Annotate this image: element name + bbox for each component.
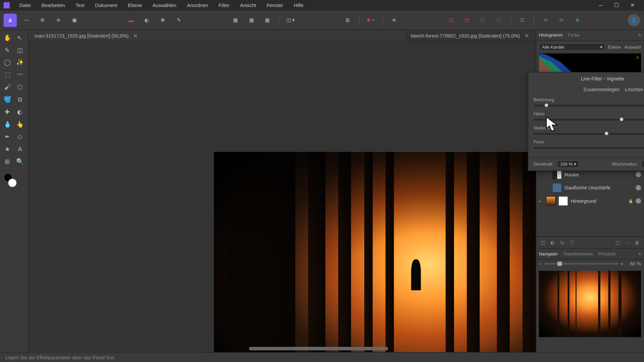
delete-button[interactable]: Löschen [625, 86, 643, 92]
snap-icon[interactable]: ⊞ [341, 14, 354, 26]
menu-filter[interactable]: Filter [214, 1, 234, 9]
slider-track[interactable] [534, 105, 644, 106]
layer-adjust-icon[interactable]: ◐ [549, 239, 557, 247]
menu-ebene[interactable]: Ebene [123, 1, 146, 9]
menu-bearbeiten[interactable]: Bearbeiten [37, 1, 69, 9]
foreground-color-swatch[interactable] [8, 178, 17, 187]
tool-pick-icon[interactable]: ✎ [172, 14, 185, 26]
layer-row[interactable]: Gaußsche Unschärfe [536, 181, 644, 194]
slider-track[interactable] [534, 133, 644, 134]
zoom-slider[interactable] [544, 263, 618, 264]
menu-ansicht[interactable]: Ansicht [236, 1, 261, 9]
hand-tool-icon[interactable]: ✋ [2, 32, 13, 43]
sync-2-icon[interactable]: ⟳ [555, 14, 568, 26]
marquee-tool-icon[interactable]: ⬚ [2, 69, 13, 80]
blur-tool-icon[interactable]: 💧 [2, 118, 13, 130]
align-left-icon[interactable]: ▦ [229, 14, 241, 26]
sync-1-icon[interactable]: ⟲ [539, 14, 552, 26]
align-right-icon[interactable]: ▦ [261, 14, 273, 26]
arrange-back-icon[interactable]: ◱ [445, 14, 457, 26]
minimize-button[interactable]: ─ [593, 0, 608, 10]
assistant-icon[interactable]: ✱ ▾ [365, 14, 377, 26]
menu-text[interactable]: Text [71, 1, 89, 9]
crop-mode-icon[interactable]: ◫ ▾ [284, 14, 297, 26]
tool-circle-icon[interactable]: ◐ [141, 14, 153, 26]
visibility-toggle-icon[interactable] [636, 185, 641, 190]
histo-source-layer[interactable]: Ebene [608, 45, 621, 49]
arrange-4-icon[interactable]: ◰ [492, 14, 505, 26]
heal-tool-icon[interactable]: ✚ [2, 106, 13, 117]
live-filter-dialog[interactable]: Live-Filter - Vignette ✕ Zusammenlegen L… [528, 72, 644, 171]
persona-export-icon[interactable]: ▣ [68, 14, 80, 26]
preview-icon[interactable]: 👁 [388, 14, 400, 26]
arrange-3-icon[interactable]: ◱ [477, 14, 489, 26]
panel-menu-icon[interactable]: ≡ [638, 251, 641, 256]
menu-anordnen[interactable]: Anordnen [182, 1, 212, 9]
menu-auswählen[interactable]: Auswählen [148, 1, 181, 9]
expand-icon[interactable]: ▸ [539, 199, 543, 203]
dodge-tool-icon[interactable]: ◐ [14, 106, 25, 117]
smudge-tool-icon[interactable]: 👆 [14, 118, 25, 130]
close-icon[interactable]: ✕ [524, 32, 530, 39]
mesh-tool-icon[interactable]: ⊞ [2, 156, 13, 167]
slider-track[interactable] [534, 147, 644, 148]
persona-liquify-icon[interactable]: ⚙ [36, 14, 49, 26]
text-tool-icon[interactable]: A [14, 143, 25, 155]
node-tool-icon[interactable]: ◇ [14, 131, 25, 142]
flood-select-tool-icon[interactable]: ✨ [14, 57, 25, 68]
tab-transform[interactable]: Transformieren [563, 251, 593, 256]
tab-color[interactable]: Farbe [568, 33, 580, 38]
brush-tool-icon[interactable]: 🖌 [2, 81, 13, 93]
visibility-toggle-icon[interactable] [636, 198, 641, 204]
pen-tool-icon[interactable]: ✒ [2, 131, 13, 142]
fill-tool-icon[interactable]: 🪣 [2, 94, 13, 105]
lock-icon[interactable]: 🔒 [628, 199, 633, 203]
freehand-tool-icon[interactable]: 〰 [14, 69, 25, 80]
selection-brush-tool-icon[interactable]: ◯ [2, 57, 13, 68]
canvas-viewport[interactable] [28, 42, 536, 352]
dialog-opacity-select[interactable]: 100 % ▾ [557, 160, 579, 168]
color-red-icon[interactable]: ▬ [125, 14, 137, 26]
menu-fenster[interactable]: Fenster [262, 1, 288, 9]
close-icon[interactable]: ✕ [133, 32, 138, 39]
persona-photo-icon[interactable]: 〰 [20, 14, 33, 26]
document-tab[interactable]: man-3151723_1920.jpg [Geändert] (50,0%)✕ [28, 30, 405, 41]
color-wheel-icon[interactable]: ❋ [157, 14, 169, 26]
layer-add-icon[interactable]: ▫ [623, 239, 631, 247]
document-tab[interactable]: beech-forest-779902_1920.jpg [Geändert] … [405, 30, 536, 41]
layer-mask-icon[interactable]: ◫ [539, 239, 547, 247]
move-tool-icon[interactable]: ↖ [14, 32, 25, 43]
tab-histogram[interactable]: Histogramm [539, 33, 563, 38]
layer-fx-icon[interactable]: fx [558, 239, 567, 247]
eraser-tool-icon[interactable]: ⬡ [14, 81, 25, 93]
tab-history[interactable]: Protokoll [598, 251, 615, 256]
align-panel-icon[interactable]: ☰ [516, 14, 528, 26]
layer-delete-icon[interactable]: 🗑 [633, 239, 641, 247]
persona-develop-icon[interactable]: ≋ [52, 14, 65, 26]
layer-group-icon[interactable]: ▢ [613, 239, 622, 247]
close-button[interactable]: ✕ [625, 0, 640, 10]
panel-menu-icon[interactable]: ≡ [638, 33, 641, 38]
color-swatches[interactable] [2, 173, 17, 187]
channel-select[interactable]: Alle Kanäle▾ [539, 43, 605, 51]
zoom-out-button[interactable]: − [539, 261, 542, 266]
clone-tool-icon[interactable]: ⧉ [14, 94, 25, 105]
histo-source-selection[interactable]: Auswahl [624, 45, 641, 49]
tab-navigator[interactable]: Navigator [539, 251, 558, 256]
maximize-button[interactable]: ☐ [609, 0, 624, 10]
shape-tool-icon[interactable]: ★ [2, 143, 13, 155]
merge-button[interactable]: Zusammenlegen [583, 86, 620, 92]
menu-hilfe[interactable]: Hilfe [289, 1, 308, 9]
visibility-toggle-icon[interactable] [636, 172, 641, 177]
slider-track[interactable] [534, 119, 644, 120]
layer-filter-icon[interactable]: ▽ [568, 239, 576, 247]
color-picker-tool-icon[interactable]: ✎ [2, 44, 13, 56]
menu-datei[interactable]: Datei [15, 1, 35, 9]
menu-dokument[interactable]: Dokument [91, 1, 121, 9]
zoom-tool-icon[interactable]: 🔍 [14, 156, 25, 167]
sync-3-icon[interactable]: ⊕ [571, 14, 584, 26]
zoom-in-button[interactable]: + [621, 261, 623, 266]
arrange-front-icon[interactable]: ◰ [461, 14, 473, 26]
layer-row[interactable]: ▸Hintergrund🔒 [536, 194, 644, 208]
user-avatar-icon[interactable]: 👤 [628, 14, 640, 26]
